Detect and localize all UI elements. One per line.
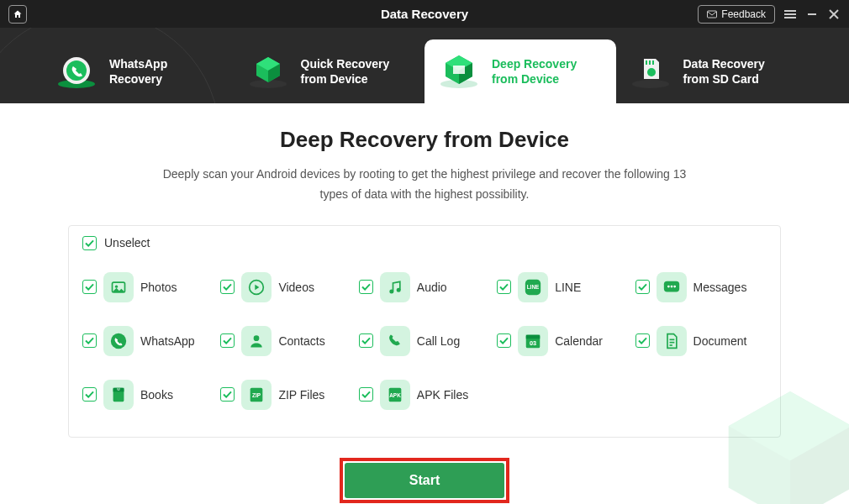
datatype-checkbox[interactable] xyxy=(497,333,511,348)
datatype-checkbox[interactable] xyxy=(220,280,235,294)
datatype-label: LINE xyxy=(555,281,581,294)
datatype-item-whatsapp[interactable]: WhatsApp xyxy=(82,326,214,356)
svg-rect-13 xyxy=(646,60,647,65)
app-title: Data Recovery xyxy=(381,7,468,21)
datatype-label: Document xyxy=(693,334,747,348)
datatype-checkbox[interactable] xyxy=(359,333,373,348)
datatype-label: WhatsApp xyxy=(140,334,195,348)
svg-point-12 xyxy=(632,80,669,88)
datatype-panel: Unselect PhotosVideosAudioLINELINEMessag… xyxy=(68,225,781,438)
datatype-item-audio[interactable]: Audio xyxy=(359,272,490,302)
datatype-item-photos[interactable]: Photos xyxy=(82,272,214,302)
datatype-item-line[interactable]: LINELINE xyxy=(497,272,628,302)
svg-point-27 xyxy=(670,285,672,287)
calendar-icon: 03 xyxy=(518,326,548,356)
datatype-checkbox[interactable] xyxy=(82,387,97,402)
datatype-checkbox[interactable] xyxy=(82,333,97,348)
feedback-label: Feedback xyxy=(721,8,766,20)
check-icon xyxy=(499,337,509,344)
datatype-item-videos[interactable]: Videos xyxy=(220,272,351,302)
check-icon xyxy=(85,239,94,247)
menu-button[interactable] xyxy=(783,8,797,21)
menu-icon xyxy=(784,9,796,19)
unselect-all[interactable]: Unselect xyxy=(82,236,767,250)
home-button[interactable] xyxy=(8,5,27,24)
svg-point-18 xyxy=(115,285,118,287)
datatype-label: Videos xyxy=(278,281,314,294)
page-subtitle: Deeply scan your Android devices by root… xyxy=(156,165,693,205)
svg-rect-14 xyxy=(649,60,651,65)
datatype-item-calendar[interactable]: 03Calendar xyxy=(497,326,628,356)
sd-card-recovery-icon xyxy=(630,53,672,90)
datatype-item-books[interactable]: WBooks xyxy=(82,380,214,410)
svg-point-16 xyxy=(647,68,656,76)
datatype-item-contacts[interactable]: Contacts xyxy=(220,326,351,356)
datatype-item-zip-files[interactable]: ZIPZIP Files xyxy=(220,380,351,410)
datatype-label: Contacts xyxy=(278,334,324,348)
datatype-item-messages[interactable]: Messages xyxy=(635,272,767,302)
datatype-label: Messages xyxy=(693,281,747,294)
books-icon: W xyxy=(103,380,134,410)
svg-text:W: W xyxy=(117,388,120,391)
tab-sd-card-recovery[interactable]: Data Recoveryfrom SD Card xyxy=(616,39,808,103)
svg-text:ZIP: ZIP xyxy=(252,391,261,397)
svg-rect-0 xyxy=(708,11,717,18)
datatype-label: Audio xyxy=(417,281,447,294)
page-title: Deep Recovery from Device xyxy=(0,127,849,153)
svg-text:LINE: LINE xyxy=(527,283,540,289)
minimize-button[interactable] xyxy=(805,8,819,21)
check-icon xyxy=(638,337,647,344)
deep-recovery-icon xyxy=(438,53,480,90)
datatype-label: APK Files xyxy=(417,388,468,402)
datatype-checkbox[interactable] xyxy=(359,280,373,294)
unselect-checkbox[interactable] xyxy=(82,236,97,250)
tab-whatsapp-recovery[interactable]: WhatsAppRecovery xyxy=(42,39,234,103)
datatype-checkbox[interactable] xyxy=(82,280,97,294)
datatype-label: ZIP Files xyxy=(278,388,324,402)
close-button[interactable] xyxy=(827,8,841,21)
svg-point-9 xyxy=(66,60,87,81)
feedback-button[interactable]: Feedback xyxy=(698,5,775,24)
mail-icon xyxy=(707,10,717,18)
minimize-icon xyxy=(807,9,817,19)
titlebar: Data Recovery Feedback xyxy=(0,0,849,28)
check-icon xyxy=(223,337,232,344)
datatype-item-document[interactable]: Document xyxy=(635,326,767,356)
datatype-checkbox[interactable] xyxy=(635,280,650,294)
start-label: Start xyxy=(409,473,440,488)
datatype-label: Photos xyxy=(140,281,177,294)
datatype-checkbox[interactable] xyxy=(359,387,373,402)
close-icon xyxy=(829,9,839,19)
whatsapp-recovery-icon xyxy=(55,53,98,90)
check-icon xyxy=(223,391,232,398)
document-icon xyxy=(657,326,687,356)
datatype-checkbox[interactable] xyxy=(635,333,650,348)
svg-text:03: 03 xyxy=(530,339,536,346)
line-icon: LINE xyxy=(518,272,548,302)
datatype-checkbox[interactable] xyxy=(220,333,235,348)
zip-files-icon: ZIP xyxy=(241,380,272,410)
datatype-checkbox[interactable] xyxy=(220,387,235,402)
datatype-item-apk-files[interactable]: APKAPK Files xyxy=(359,380,490,410)
datatype-item-call-log[interactable]: Call Log xyxy=(359,326,490,356)
contacts-icon xyxy=(241,326,272,356)
tab-deep-recovery[interactable]: Deep Recoveryfrom Device xyxy=(424,39,616,103)
check-icon xyxy=(499,283,509,291)
apk-files-icon: APK xyxy=(380,380,410,410)
datatype-grid: PhotosVideosAudioLINELINEMessagesWhatsAp… xyxy=(82,255,767,430)
svg-point-26 xyxy=(667,285,670,287)
videos-icon xyxy=(241,272,272,302)
start-button[interactable]: Start xyxy=(345,463,504,498)
whatsapp-icon xyxy=(103,326,134,356)
call-log-icon xyxy=(380,326,410,356)
check-icon xyxy=(85,337,94,344)
datatype-label: Books xyxy=(140,388,173,402)
mode-tabs: WhatsAppRecovery Quick Recoveryfrom Devi… xyxy=(0,28,849,103)
audio-icon xyxy=(380,272,410,302)
check-icon xyxy=(85,283,94,291)
tab-quick-recovery[interactable]: Quick Recoveryfrom Device xyxy=(234,39,425,103)
check-icon xyxy=(85,391,94,398)
datatype-checkbox[interactable] xyxy=(497,280,511,294)
datatype-label: Call Log xyxy=(417,334,460,348)
messages-icon xyxy=(657,272,687,302)
